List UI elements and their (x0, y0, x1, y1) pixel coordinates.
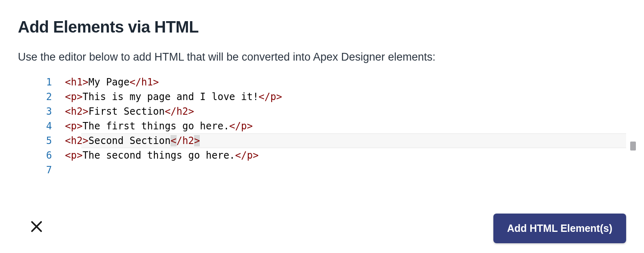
dialog-title: Add Elements via HTML (18, 18, 626, 36)
code-content[interactable]: <h1>My Page</h1> (65, 75, 626, 89)
add-html-elements-button[interactable]: Add HTML Element(s) (493, 214, 626, 243)
line-number: 5 (34, 133, 65, 148)
code-content[interactable]: <p>The second things go here.</p> (65, 148, 626, 163)
editor-line[interactable]: 5<h2>Second Section</h2> (34, 133, 626, 148)
editor-line[interactable]: 6<p>The second things go here.</p> (34, 148, 626, 163)
line-number: 4 (34, 119, 65, 133)
dialog-instructions: Use the editor below to add HTML that wi… (18, 51, 626, 63)
html-editor[interactable]: 1<h1>My Page</h1>2<p>This is my page and… (18, 75, 626, 177)
code-content[interactable]: <h2>First Section</h2> (65, 104, 626, 119)
code-content[interactable]: <h2>Second Section</h2> (65, 133, 626, 148)
editor-line[interactable]: 3<h2>First Section</h2> (34, 104, 626, 119)
editor-line[interactable]: 4<p>The first things go here.</p> (34, 119, 626, 133)
code-content[interactable]: <p>This is my page and I love it!</p> (65, 89, 626, 104)
editor-line[interactable]: 1<h1>My Page</h1> (34, 75, 626, 89)
editor-line[interactable]: 2<p>This is my page and I love it!</p> (34, 89, 626, 104)
line-number: 7 (34, 163, 65, 177)
line-number: 3 (34, 104, 65, 119)
line-number: 6 (34, 148, 65, 163)
scrollbar-thumb[interactable] (630, 142, 636, 150)
line-number: 2 (34, 89, 65, 104)
line-number: 1 (34, 75, 65, 89)
close-button[interactable] (25, 217, 48, 240)
editor-line[interactable]: 7 (34, 163, 626, 177)
add-elements-dialog: Add Elements via HTML Use the editor bel… (0, 0, 644, 253)
dialog-footer: Add HTML Element(s) (0, 214, 644, 243)
close-icon (30, 220, 43, 237)
code-content[interactable] (65, 163, 626, 177)
code-content[interactable]: <p>The first things go here.</p> (65, 119, 626, 133)
